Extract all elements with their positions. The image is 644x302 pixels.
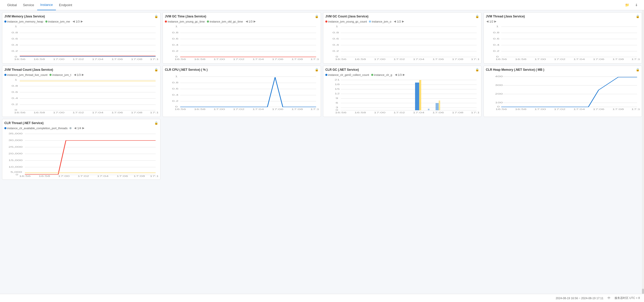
page-clr-gc: 1/3 [398, 73, 402, 76]
y-0: 0 [175, 55, 178, 58]
count-x2: 16:58 [354, 58, 366, 61]
lock-icon-extra[interactable]: 🔒 [636, 15, 640, 18]
lock-icon-clr-heap[interactable]: 🔒 [636, 68, 640, 72]
th-x3: 17:00 [58, 175, 69, 177]
y-label-06: 0.6 [12, 37, 18, 40]
ygc-18: 18 [335, 83, 340, 86]
lock-icon-thread-count[interactable]: 🔒 [154, 68, 158, 72]
chart-header-jvm-gc-count: JVM GC Count (Java Service) 🔒 [325, 15, 479, 18]
thread-red-line [25, 140, 156, 174]
heap-x6: 17:06 [593, 108, 604, 110]
count-x7: 17:08 [452, 58, 463, 61]
nav-endpoint[interactable]: Endpoint [56, 0, 75, 10]
prev-btn-jvm-memory[interactable]: ◀ [72, 20, 75, 23]
next-btn-gc-time[interactable]: ▶ [253, 20, 256, 23]
legend-label-1: instance_jvm_memory_heap [7, 20, 43, 23]
ycpu-04: 0.4 [172, 94, 178, 96]
charts-row1: JVM Memory (Java Service) 🔒 instance_jvm… [0, 10, 644, 66]
legend-nav-gc: ◀ 1/3 ▶ [245, 20, 256, 23]
legend-label-count-2: instance_jvm_o [372, 20, 391, 23]
prev-btn-extra[interactable]: ◀ [486, 20, 489, 23]
yt-08: 0.8 [12, 85, 18, 87]
legend-thread-1: instance_jvm_thread_live_count [4, 73, 47, 76]
chart-area-jvm-memory: 1 0.8 0.6 0.4 0.2 0 16:56 16:58 [4, 25, 158, 61]
legend-label-gc-1: instance_jvm_young_gc_time [168, 20, 205, 23]
lock-icon-jvm-gc-count[interactable]: 🔒 [475, 15, 479, 18]
next-btn-jvm-memory[interactable]: ▶ [80, 20, 83, 23]
empty-panel-3 [484, 119, 642, 180]
legend-dot-green [45, 21, 47, 23]
extra-x8: 17:10 [631, 58, 640, 61]
thr-x4: 17:02 [72, 111, 84, 114]
clr-cpu-title: CLR CPU (.NET Service) ( % ) [165, 68, 208, 72]
chart-svg-clr-cpu: 1 0.8 0.6 0.4 0.2 0 16:56 16:58 17:00 17… [165, 75, 319, 110]
prev-btn-clr-gc[interactable]: ◀ [394, 73, 397, 76]
chart-area-thread-count: 1 0.8 0.6 0.4 0.2 0 16:56 16:58 17:00 17… [4, 78, 158, 114]
chart-area-clr-thread: 35,000 30,000 25,000 20,000 15,000 10,00… [4, 131, 158, 177]
page-jvm-memory: 1/3 [76, 20, 79, 23]
prev-btn-clr-thread[interactable]: ◀ [74, 126, 77, 130]
legend-nav-clrthread: ◀ 1/4 ▶ [74, 126, 85, 130]
prev-btn-gc-time[interactable]: ◀ [245, 20, 248, 23]
jvm-gc-count-panel: JVM GC Count (Java Service) 🔒 instance_j… [323, 12, 481, 64]
lock-icon-jvm-gc-time[interactable]: 🔒 [315, 15, 319, 18]
legend-clrthread-1: instance_clr_available_completion_port_t… [4, 127, 67, 130]
next-btn-thread[interactable]: ▶ [81, 73, 84, 76]
lock-icon-jvm-memory[interactable]: 🔒 [154, 15, 158, 18]
y-label-04: 0.4 [12, 44, 18, 46]
legend-dot-count-blue [369, 21, 371, 23]
next-btn-clr-thread[interactable]: ▶ [82, 126, 85, 130]
next-btn-extra[interactable]: ▶ [494, 20, 497, 23]
lock-icon-clr-cpu[interactable]: 🔒 [315, 68, 319, 72]
heap-x8: 17:10 [631, 108, 640, 110]
ycpu-0: 0 [175, 105, 178, 108]
next-btn-gc-count[interactable]: ▶ [401, 20, 405, 23]
folder-icon[interactable]: 📁 [623, 2, 631, 9]
chart-area-jvm-gc-count: 1 0.8 0.6 0.4 0.2 0 16:56 16:58 17:00 17… [325, 25, 479, 61]
x-label-8: 17:10 [150, 58, 158, 61]
y-label-1: 1 [15, 25, 17, 28]
prev-btn-gc-count[interactable]: ◀ [393, 20, 396, 23]
legend-nav-clrgc: ◀ 1/3 ▶ [394, 73, 405, 76]
yt-06: 0.6 [12, 91, 18, 93]
ye-06: 0.6 [493, 37, 499, 40]
lock-icon-clr-gc[interactable]: 🔒 [475, 68, 479, 72]
nav-global[interactable]: Global [4, 0, 20, 10]
th-x4: 17:02 [77, 175, 89, 177]
yc-08: 0.8 [333, 31, 339, 34]
scrollbar[interactable] [642, 10, 644, 182]
x-label-5: 17:04 [92, 58, 103, 61]
nav-instance[interactable]: Instance [37, 0, 56, 10]
legend-label-thread-1: instance_jvm_thread_live_count [7, 73, 47, 76]
chart-svg-clr-thread: 35,000 30,000 25,000 20,000 15,000 10,00… [4, 131, 158, 177]
yt-04: 0.4 [12, 97, 18, 99]
legend-dot-gc-green [207, 21, 209, 23]
ygc-0: 0 [336, 109, 338, 111]
next-btn-clr-gc[interactable]: ▶ [402, 73, 405, 76]
ygc-12: 12 [335, 92, 340, 95]
lock-icon-clr-thread[interactable]: 🔒 [154, 121, 158, 125]
gc2-x3: 17:00 [374, 111, 385, 114]
prev-btn-thread[interactable]: ◀ [73, 73, 76, 76]
extra-x6: 17:06 [593, 58, 604, 61]
th-x6: 17:06 [116, 175, 128, 177]
yh-200: 200 [495, 93, 503, 95]
ycpu-08: 0.8 [172, 81, 178, 84]
download-icon[interactable]: ⇓ [633, 2, 640, 9]
ygc-3: 3 [336, 106, 338, 109]
nav-service[interactable]: Service [20, 0, 37, 10]
gc2-x2: 16:58 [354, 111, 366, 114]
chart-header-clr-heap: CLR Heap Memory (.NET Service) ( MB ) 🔒 [486, 68, 640, 72]
chart-header-clr-cpu: CLR CPU (.NET Service) ( % ) 🔒 [165, 68, 319, 72]
yc-04: 0.4 [333, 44, 339, 46]
bar-blue-3 [428, 109, 429, 110]
jvm-thread-extra-panel: JVM Thread (Java Service) 🔒 ◀ 1/2 ▶ 1 0.… [484, 12, 642, 64]
ycpu-06: 0.6 [172, 87, 178, 90]
extra-x4: 17:02 [554, 58, 565, 61]
chart-svg-jvm-gc-count: 1 0.8 0.6 0.4 0.2 0 16:56 16:58 17:00 17… [325, 25, 479, 61]
legend-dot-clrthread-gray [69, 127, 72, 129]
y-1: 1 [175, 25, 178, 28]
extra-title: JVM Thread (Java Service) [486, 15, 525, 18]
cpu-x3: 17:00 [213, 108, 225, 110]
heap-x5: 17:04 [573, 108, 585, 110]
